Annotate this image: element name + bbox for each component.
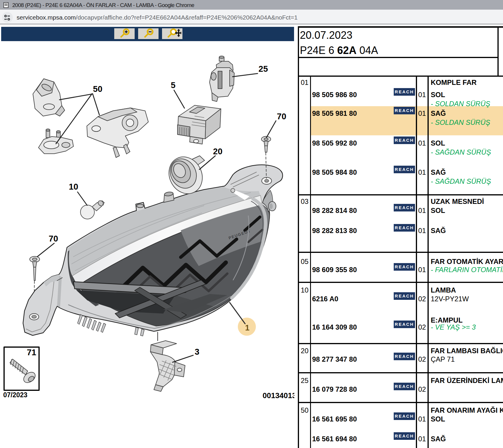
svg-text:50: 50 xyxy=(93,84,102,94)
svg-text:3: 3 xyxy=(195,347,199,356)
svg-text:25: 25 xyxy=(258,64,268,74)
svg-text:00134013: 00134013 xyxy=(263,391,294,400)
svg-text:10: 10 xyxy=(69,182,78,191)
svg-text:07/2023: 07/2023 xyxy=(3,391,27,399)
svg-text:20: 20 xyxy=(213,147,222,156)
svg-text:5: 5 xyxy=(171,80,175,90)
svg-text:70: 70 xyxy=(49,234,58,243)
svg-text:70: 70 xyxy=(277,112,286,121)
svg-text:1: 1 xyxy=(245,323,249,332)
svg-text:71: 71 xyxy=(27,348,36,357)
